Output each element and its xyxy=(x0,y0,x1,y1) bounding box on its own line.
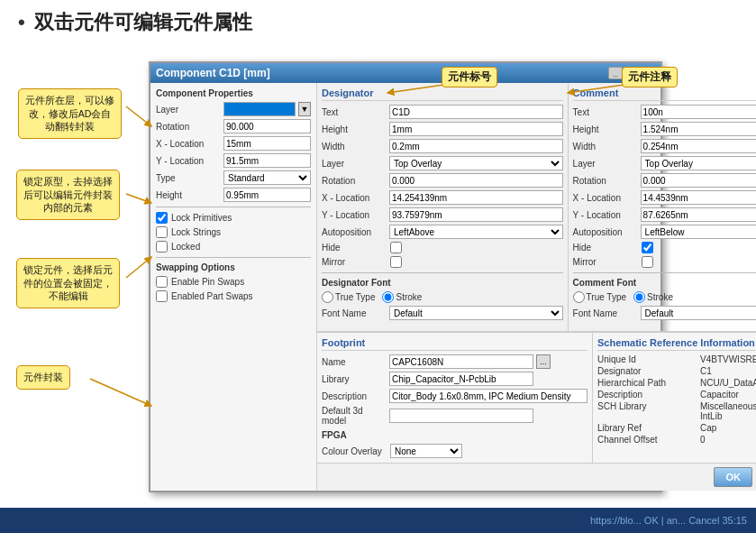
des-rotation-input[interactable] xyxy=(389,173,563,188)
enabled-part-swaps-checkbox[interactable] xyxy=(156,290,168,302)
com-divider xyxy=(573,272,756,273)
des-layer-row: Layer Top Overlay xyxy=(322,156,563,170)
des-xloc-row: X - Location xyxy=(322,190,563,205)
lock-strings-checkbox[interactable] xyxy=(156,226,168,238)
com-fontname-select[interactable]: Default xyxy=(641,306,756,320)
des-height-label: Height xyxy=(322,124,387,134)
com-stroke-label[interactable]: Stroke xyxy=(633,291,673,303)
colour-overlay-select[interactable]: None xyxy=(390,444,462,458)
ok-button[interactable]: OK xyxy=(714,467,752,487)
com-yloc-input[interactable] xyxy=(641,207,756,222)
lock-strings-row: Lock Strings xyxy=(156,226,311,238)
des-height-input[interactable] xyxy=(389,122,563,136)
height-input[interactable] xyxy=(223,188,311,202)
des-truetype-label[interactable]: True Type xyxy=(322,291,375,303)
comment-panel: Comment Text Height Width Layer xyxy=(569,83,756,331)
com-width-input[interactable] xyxy=(641,139,756,153)
com-mirror-checkbox[interactable] xyxy=(642,256,653,268)
dialog-title: Component C1D [mm] xyxy=(156,67,270,79)
com-layer-label: Layer xyxy=(573,159,638,169)
com-height-input[interactable] xyxy=(641,122,756,136)
designator-header: Designator xyxy=(322,87,563,101)
locked-checkbox[interactable] xyxy=(156,241,168,253)
des-autopos-select[interactable]: LeftAbove xyxy=(389,225,563,239)
des-text-input[interactable] xyxy=(389,105,563,119)
des-fontname-select[interactable]: Default xyxy=(389,306,563,320)
des-truetype-radio[interactable] xyxy=(322,291,333,303)
com-rotation-label: Rotation xyxy=(573,176,638,186)
designator-label-text: 元件标号 xyxy=(448,70,491,83)
comment-annotation-label: 元件注释 xyxy=(622,67,678,87)
height-row: Height xyxy=(156,188,311,202)
lock-primitives-checkbox[interactable] xyxy=(156,212,168,224)
des-font-title: Designator Font xyxy=(322,278,563,288)
rotation-input[interactable] xyxy=(223,119,311,133)
com-rotation-input[interactable] xyxy=(641,173,756,188)
com-truetype-radio[interactable] xyxy=(573,291,585,303)
fp-name-input[interactable] xyxy=(389,354,533,369)
enable-pin-swaps-checkbox[interactable] xyxy=(156,276,168,288)
des-width-row: Width xyxy=(322,139,563,153)
bottom-stripe: https://blo... OK | an... Cancel 35:15 xyxy=(0,508,756,533)
com-xloc-input[interactable] xyxy=(641,190,756,205)
x-location-input[interactable] xyxy=(223,136,311,151)
colour-overlay-label: Colour Overlay xyxy=(322,446,387,456)
dialog-body: Component Properties Layer ▼ Rotation X … xyxy=(150,83,660,491)
fp-browse-button[interactable]: ... xyxy=(536,354,551,369)
des-width-input[interactable] xyxy=(389,139,563,153)
type-select[interactable]: Standard xyxy=(223,170,311,185)
com-hide-checkbox[interactable] xyxy=(642,242,653,253)
x-location-row: X - Location xyxy=(156,136,311,151)
bullet-text: 双击元件可编辑元件属性 xyxy=(34,9,252,36)
layer-dropdown-button[interactable]: ▼ xyxy=(298,102,311,116)
com-layer-select[interactable]: Top Overlay xyxy=(641,156,756,170)
des-text-label: Text xyxy=(322,107,387,117)
com-stroke-radio[interactable] xyxy=(633,291,645,303)
des-hide-label: Hide xyxy=(322,243,387,253)
fp-3d-input[interactable] xyxy=(389,409,533,423)
fp-description-input[interactable] xyxy=(389,389,587,403)
des-layer-label: Layer xyxy=(322,159,387,169)
y-location-input[interactable] xyxy=(223,153,311,168)
y-location-row: Y - Location xyxy=(156,153,311,168)
com-xloc-label: X - Location xyxy=(573,193,638,203)
enabled-part-swaps-row: Enabled Part Swaps xyxy=(156,290,311,302)
com-layer-row: Layer Top Overlay xyxy=(573,156,756,170)
sch-desc-value: Capacitor xyxy=(700,390,739,400)
des-hide-row: Hide xyxy=(322,242,563,253)
des-mirror-checkbox[interactable] xyxy=(390,256,402,268)
left-panel: Component Properties Layer ▼ Rotation X … xyxy=(150,83,317,491)
bottom-url-text: https://blo... OK | an... Cancel 35:15 xyxy=(590,515,747,526)
layer-annotation-text: 元件所在层，可以修改，修改后AD会自动翻转封装 xyxy=(25,95,114,132)
fp-name-row: Name ... xyxy=(322,354,587,369)
sch-channel-row: Channel Offset 0 xyxy=(597,435,756,445)
layer-annotation: 元件所在层，可以修改，修改后AD会自动翻转封装 xyxy=(18,88,122,139)
layer-input[interactable] xyxy=(223,102,296,116)
type-label: Type xyxy=(156,173,221,183)
des-xloc-input[interactable] xyxy=(389,190,563,205)
des-yloc-input[interactable] xyxy=(389,207,563,222)
des-hide-checkbox[interactable] xyxy=(390,242,402,253)
des-layer-select[interactable]: Top Overlay xyxy=(389,156,563,170)
com-fontname-label: Font Name xyxy=(573,308,638,318)
fp-library-label: Library xyxy=(322,374,387,384)
divider1 xyxy=(156,207,311,207)
type-row: Type Standard xyxy=(156,170,311,185)
locked-annotation-text: 锁定元件，选择后元件的位置会被固定，不能编辑 xyxy=(23,264,113,301)
sch-hier-value: NCU/U_DataAcqA xyxy=(700,378,756,388)
designator-panel: Designator Text Height Width Layer xyxy=(317,83,569,331)
footprint-annotation: 元件封装 xyxy=(16,365,70,390)
fp-library-input[interactable] xyxy=(389,372,533,386)
sch-desc-label: Description xyxy=(597,390,697,400)
des-xloc-label: X - Location xyxy=(322,193,387,203)
com-text-input[interactable] xyxy=(641,105,756,119)
des-stroke-label[interactable]: Stroke xyxy=(382,291,422,303)
com-autopos-select[interactable]: LeftBelow xyxy=(641,225,756,239)
y-location-label: Y - Location xyxy=(156,156,221,166)
des-truetype-text: True Type xyxy=(335,292,375,302)
com-truetype-label[interactable]: True Type xyxy=(573,291,626,303)
minimize-button[interactable]: _ xyxy=(608,67,623,79)
sch-lib-label: SCH Library xyxy=(597,401,697,421)
des-stroke-radio[interactable] xyxy=(382,291,394,303)
lock-strings-label: Lock Strings xyxy=(171,227,221,237)
